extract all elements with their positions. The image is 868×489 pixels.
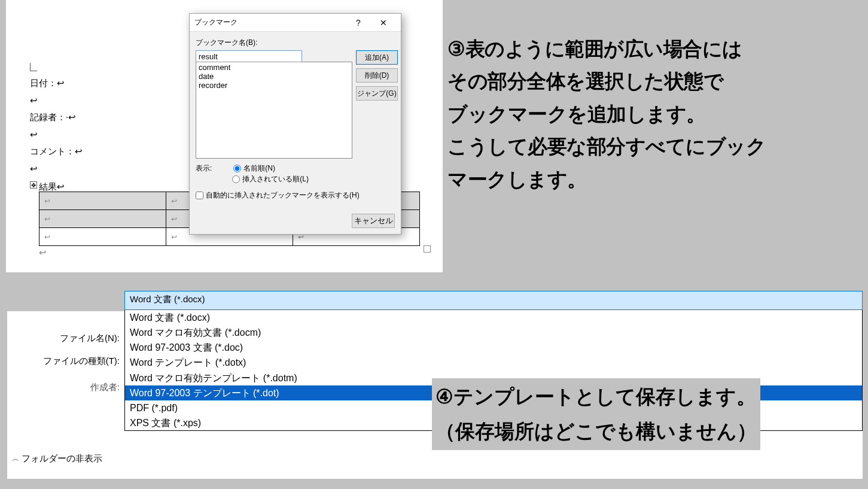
bookmark-name-label: ブックマーク名(B): — [196, 38, 395, 48]
show-hidden-bookmarks-label: 自動的に挿入されたブックマークを表示する(H) — [206, 190, 360, 201]
margin-marker — [30, 63, 37, 71]
table-move-handle-icon[interactable]: ✥ — [30, 181, 37, 189]
filetype-option[interactable]: Word テンプレート (*.dotx) — [125, 355, 862, 370]
chevron-up-icon: ︿ — [12, 454, 19, 464]
doc-line-comment: コメント：↩ — [30, 143, 83, 160]
filetype-select[interactable]: Word 文書 (*.docx) — [124, 291, 863, 310]
doc-line-blank: ↩ — [30, 126, 83, 144]
instruction-step-4: ④テンプレートとして保存します。 （保存場所はどこでも構いません） — [432, 378, 760, 450]
bookmark-name-input[interactable] — [196, 50, 302, 62]
author-label: 作成者: — [7, 382, 124, 393]
instruction-step-3: ③表のように範囲が広い場合には その部分全体を選択した状態で ブックマークを追加… — [447, 33, 766, 196]
doc-line-blank: ↩ — [30, 92, 83, 110]
help-icon[interactable]: ? — [346, 18, 371, 28]
filetype-label: ファイルの種類(T): — [7, 356, 124, 367]
list-item[interactable]: recorder — [199, 81, 349, 90]
filetype-option[interactable]: Word 97-2003 文書 (*.doc) — [125, 340, 862, 355]
display-label: 表示: — [196, 163, 212, 174]
word-document-panel: 日付：↩ ↩ 記録者：·↩ ↩ コメント：↩ ↩ ✥ 結果↩ ↩↩↩ ↩↩↩ ↩… — [6, 0, 443, 272]
sort-by-name-label: 名前順(N) — [243, 163, 275, 174]
sort-by-location-label: 挿入されている順(L) — [242, 174, 309, 184]
list-item[interactable]: date — [199, 72, 349, 81]
step-number-icon: ③ — [447, 33, 465, 65]
bookmark-dialog: ブックマーク ? ✕ ブックマーク名(B): comment date reco… — [189, 13, 401, 235]
doc-line-blank: ↩ — [39, 247, 47, 258]
step-number-icon: ④ — [435, 379, 453, 414]
doc-line-blank: ↩ — [30, 160, 83, 178]
filetype-option[interactable]: Word マクロ有効文書 (*.docm) — [125, 325, 862, 340]
dialog-titlebar[interactable]: ブックマーク ? ✕ — [190, 14, 401, 32]
list-item[interactable]: comment — [199, 63, 349, 72]
cancel-button[interactable]: キャンセル — [352, 214, 395, 228]
hide-folders-toggle[interactable]: ︿ フォルダーの非表示 — [12, 453, 102, 464]
sort-by-name-radio[interactable] — [233, 165, 241, 172]
document-body: 日付：↩ ↩ 記録者：·↩ ↩ コメント：↩ ↩ — [30, 75, 83, 177]
dialog-title: ブックマーク — [194, 17, 346, 28]
show-hidden-bookmarks-checkbox[interactable] — [196, 192, 203, 199]
doc-line-recorder: 記録者：·↩ — [30, 109, 83, 126]
doc-line-date: 日付：↩ — [30, 75, 83, 92]
close-icon[interactable]: ✕ — [371, 18, 396, 28]
sort-by-location-radio[interactable] — [232, 175, 240, 183]
table-resize-handle-icon[interactable] — [424, 245, 431, 253]
hide-folders-label: フォルダーの非表示 — [22, 453, 102, 464]
filename-label: ファイル名(N): — [7, 333, 124, 344]
add-button[interactable]: 追加(A) — [356, 50, 398, 65]
delete-button[interactable]: 削除(D) — [356, 68, 398, 83]
jump-button[interactable]: ジャンプ(G) — [356, 86, 398, 101]
filetype-option[interactable]: Word 文書 (*.docx) — [125, 310, 862, 325]
bookmark-list[interactable]: comment date recorder — [196, 62, 352, 159]
